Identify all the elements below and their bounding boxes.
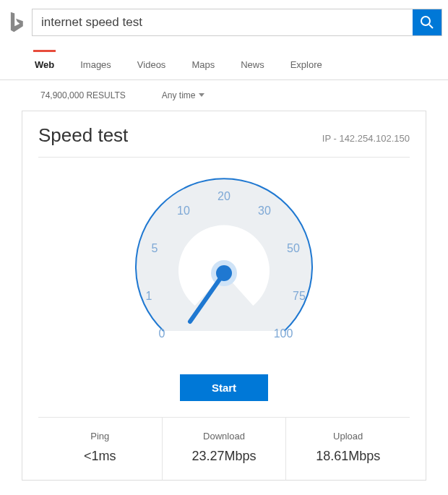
svg-point-0 [421,17,430,25]
gauge-area: 0 1 5 10 20 30 50 75 100 [38,158,410,374]
card-title: Speed test [38,124,128,147]
tab-news[interactable]: News [239,50,266,77]
tab-images[interactable]: Images [79,50,113,77]
stat-download-value: 23.27Mbps [163,449,286,464]
tab-web[interactable]: Web [33,50,56,77]
chevron-down-icon [199,93,204,98]
speed-test-card: Speed test IP - 142.254.102.150 0 1 5 10… [22,111,426,481]
speed-gauge: 0 1 5 10 20 30 50 75 100 [123,165,325,367]
stat-upload-value: 18.61Mbps [286,449,410,464]
svg-point-4 [216,265,232,281]
stats-row: Ping <1ms Download 23.27Mbps Upload 18.6… [38,417,410,480]
stat-ping-value: <1ms [38,449,162,464]
stat-download-label: Download [163,431,286,442]
stat-upload-label: Upload [286,431,410,442]
start-button[interactable]: Start [180,374,268,401]
gauge-tick-10: 10 [177,205,190,218]
gauge-tick-20: 20 [217,190,231,203]
stat-upload: Upload 18.61Mbps [285,418,410,480]
header [0,0,448,42]
search-input[interactable] [33,9,413,35]
search-bar [32,9,442,36]
results-count: 74,900,000 RESULTS [40,90,126,100]
gauge-tick-1: 1 [146,290,152,303]
gauge-tick-5: 5 [152,242,158,255]
time-filter[interactable]: Any time [162,90,204,100]
gauge-tick-0: 0 [159,327,165,340]
tab-maps[interactable]: Maps [190,50,216,77]
gauge-tick-50: 50 [287,242,300,255]
bing-logo-icon [6,11,26,34]
search-icon [420,15,434,30]
gauge-tick-75: 75 [293,290,306,303]
tab-videos[interactable]: Videos [136,50,168,77]
gauge-tick-100: 100 [274,327,293,340]
search-button[interactable] [413,9,441,35]
stat-download: Download 23.27Mbps [162,418,286,480]
ip-address: IP - 142.254.102.150 [322,133,410,144]
start-button-wrap: Start [38,374,410,417]
tab-explore[interactable]: Explore [289,50,324,77]
results-meta: 74,900,000 RESULTS Any time [0,80,448,111]
stat-ping: Ping <1ms [38,418,162,480]
stat-ping-label: Ping [38,431,162,442]
time-filter-label: Any time [162,90,196,100]
gauge-tick-30: 30 [258,205,271,218]
card-header: Speed test IP - 142.254.102.150 [38,124,410,158]
tab-bar: Web Images Videos Maps News Explore [0,46,448,80]
svg-line-1 [429,25,433,28]
